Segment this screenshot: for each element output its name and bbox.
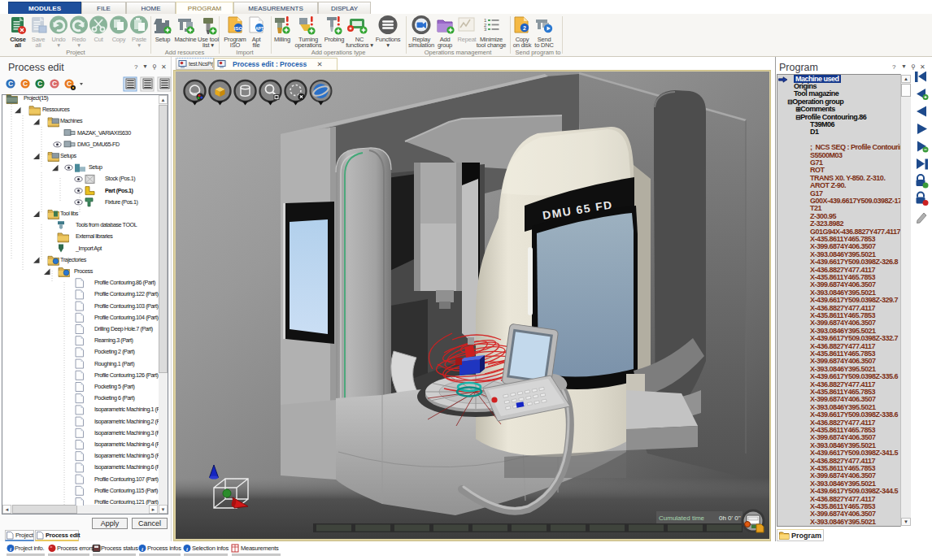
svg-text:i: i: [142, 546, 143, 553]
svg-text:APT: APT: [255, 26, 263, 31]
svg-text:i: i: [186, 546, 188, 553]
svg-text:i: i: [10, 546, 11, 553]
svg-text:ISO: ISO: [234, 26, 243, 31]
svg-text:3: 3: [484, 27, 487, 32]
svg-text:0h 0' 0'': 0h 0' 0'': [719, 514, 741, 522]
svg-text:2: 2: [523, 25, 526, 31]
svg-text:Cumulated time: Cumulated time: [659, 514, 705, 522]
